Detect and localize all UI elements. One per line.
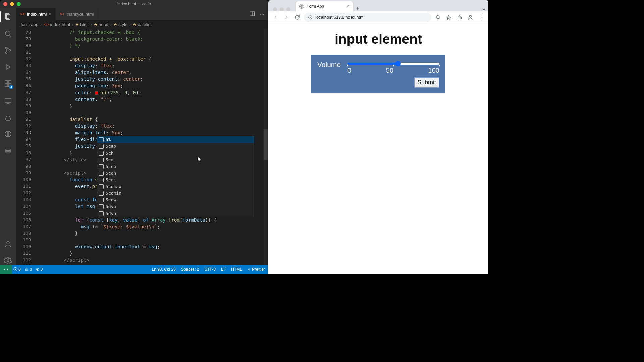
minimap-viewport[interactable] xyxy=(264,129,268,160)
copilot-icon[interactable] xyxy=(3,146,13,156)
close-window-icon[interactable] xyxy=(273,7,277,11)
svg-rect-8 xyxy=(5,81,8,83)
svg-rect-10 xyxy=(5,84,8,87)
form-container: Volume 0 50 100 xyxy=(311,55,445,93)
submit-button[interactable]: Submit xyxy=(414,77,439,88)
suggest-widget[interactable]: 5%5cap5ch5cm5cqb5cqh5cqi5cqmax5cqmin5cqw… xyxy=(97,136,254,217)
minimize-window-icon[interactable] xyxy=(10,2,14,6)
suggest-item[interactable]: 5cm xyxy=(97,157,254,163)
suggest-item[interactable]: 5ch xyxy=(97,150,254,157)
svg-point-19 xyxy=(7,260,9,262)
breadcrumb-item[interactable]: head xyxy=(99,22,108,27)
breadcrumb[interactable]: form-app› <> index.html› ⬘ html› ⬘ head›… xyxy=(16,20,268,29)
remote-explorer-icon[interactable] xyxy=(3,96,13,105)
back-button[interactable] xyxy=(272,13,280,21)
tab-thankyou-html[interactable]: <> thankyou.html xyxy=(56,8,98,20)
suggest-item[interactable]: 5cqh xyxy=(97,170,254,177)
bookmark-star-icon[interactable] xyxy=(445,13,453,21)
breadcrumb-item[interactable]: form-app xyxy=(21,22,38,27)
url-bar[interactable]: localhost:5173/index.html xyxy=(304,13,431,22)
tick-label: 50 xyxy=(386,67,393,74)
close-tab-icon[interactable]: × xyxy=(347,4,350,9)
extensions-puzzle-icon[interactable] xyxy=(455,13,464,21)
svg-point-4 xyxy=(6,47,7,49)
chrome-toolbar: localhost:5173/index.html ⋮ xyxy=(268,11,488,23)
forward-button[interactable] xyxy=(282,13,290,21)
status-prettier[interactable]: ✓ Prettier xyxy=(248,267,265,272)
status-errors[interactable]: ⓧ 0 xyxy=(13,267,21,273)
vscode-titlebar: index.html — code xyxy=(0,0,268,8)
unit-icon xyxy=(99,151,104,156)
zoom-icon[interactable] xyxy=(434,13,442,21)
status-bar: ⓧ 0 ⚠ 0 ⊘ 0 Ln 93, Col 23 Spaces: 2 UTF-… xyxy=(0,265,268,274)
close-window-icon[interactable] xyxy=(3,2,7,6)
tab-index-html[interactable]: <> index.html × xyxy=(16,8,56,20)
close-tab-icon[interactable]: × xyxy=(49,11,51,17)
suggest-item[interactable]: 5cap xyxy=(97,143,254,150)
zoom-window-icon[interactable] xyxy=(286,7,290,11)
run-debug-icon[interactable] xyxy=(3,62,13,72)
remote-indicator[interactable] xyxy=(0,265,12,274)
status-encoding[interactable]: UTF-8 xyxy=(204,267,216,272)
settings-gear-icon[interactable] xyxy=(3,256,13,265)
suggest-item[interactable]: 5dvh xyxy=(97,210,254,217)
slider-fill xyxy=(347,63,398,65)
breadcrumb-item[interactable]: style xyxy=(118,22,127,27)
svg-point-2 xyxy=(5,31,10,36)
page-title: input element xyxy=(335,32,422,47)
status-indent[interactable]: Spaces: 2 xyxy=(181,267,199,272)
html-file-icon: <> xyxy=(60,12,64,16)
traffic-lights[interactable] xyxy=(271,4,294,11)
svg-rect-0 xyxy=(5,14,9,18)
volume-slider[interactable] xyxy=(347,63,439,65)
live-share-icon[interactable] xyxy=(3,129,13,139)
breadcrumb-item[interactable]: datalist xyxy=(138,22,151,27)
slider-thumb[interactable] xyxy=(395,61,401,66)
browser-tab[interactable]: Form App × xyxy=(296,1,353,11)
slider-tick xyxy=(347,65,348,66)
svg-point-26 xyxy=(436,15,439,18)
status-language[interactable]: HTML xyxy=(231,267,242,272)
more-actions-icon[interactable]: ⋯ xyxy=(260,12,264,17)
reload-button[interactable] xyxy=(293,13,301,21)
explorer-icon[interactable] xyxy=(3,12,13,21)
slider-tick xyxy=(393,65,394,66)
tab-label: index.html xyxy=(27,12,47,17)
minimap[interactable] xyxy=(264,29,268,265)
account-icon[interactable] xyxy=(3,239,13,249)
symbol-icon: ⬘ xyxy=(94,22,97,27)
line-gutter: 7879808182838485868788899091929394959697… xyxy=(16,29,36,265)
status-eol[interactable]: LF xyxy=(221,267,226,272)
expand-tabs-icon[interactable]: » xyxy=(479,6,488,11)
traffic-lights[interactable] xyxy=(3,2,21,6)
status-port[interactable]: ⊘ 0 xyxy=(36,267,43,272)
chevron-right-icon: › xyxy=(40,22,42,27)
suggest-item[interactable]: 5cqb xyxy=(97,163,254,170)
split-editor-icon[interactable] xyxy=(249,11,255,18)
chrome-menu-icon[interactable]: ⋮ xyxy=(477,13,485,21)
status-warnings[interactable]: ⚠ 0 xyxy=(25,267,32,272)
suggest-item[interactable]: 5cqw xyxy=(97,197,254,203)
browser-tab-title: Form App xyxy=(307,4,324,9)
status-cursor-pos[interactable]: Ln 93, Col 23 xyxy=(152,267,176,272)
unit-icon xyxy=(99,211,104,216)
suggest-item[interactable]: 5cqmax xyxy=(97,183,254,190)
search-icon[interactable] xyxy=(3,29,13,38)
source-control-icon[interactable] xyxy=(3,46,13,55)
suggest-item[interactable]: 5cqi xyxy=(97,177,254,183)
breadcrumb-item[interactable]: html xyxy=(80,22,89,27)
testing-icon[interactable] xyxy=(3,113,13,122)
minimize-window-icon[interactable] xyxy=(280,7,284,11)
new-tab-button[interactable]: + xyxy=(353,5,362,11)
breadcrumb-item[interactable]: index.html xyxy=(50,22,70,27)
profile-avatar-icon[interactable] xyxy=(466,13,474,21)
chevron-right-icon: › xyxy=(72,22,73,27)
chevron-right-icon: › xyxy=(91,22,92,27)
suggest-item[interactable]: 5cqmin xyxy=(97,190,254,197)
code-editor[interactable]: 7879808182838485868788899091929394959697… xyxy=(16,29,268,265)
suggest-item[interactable]: 5% xyxy=(97,136,254,143)
svg-marker-28 xyxy=(446,15,451,20)
zoom-window-icon[interactable] xyxy=(17,2,21,6)
suggest-item[interactable]: 5dvb xyxy=(97,203,254,210)
extensions-icon[interactable]: 4 xyxy=(3,79,13,88)
